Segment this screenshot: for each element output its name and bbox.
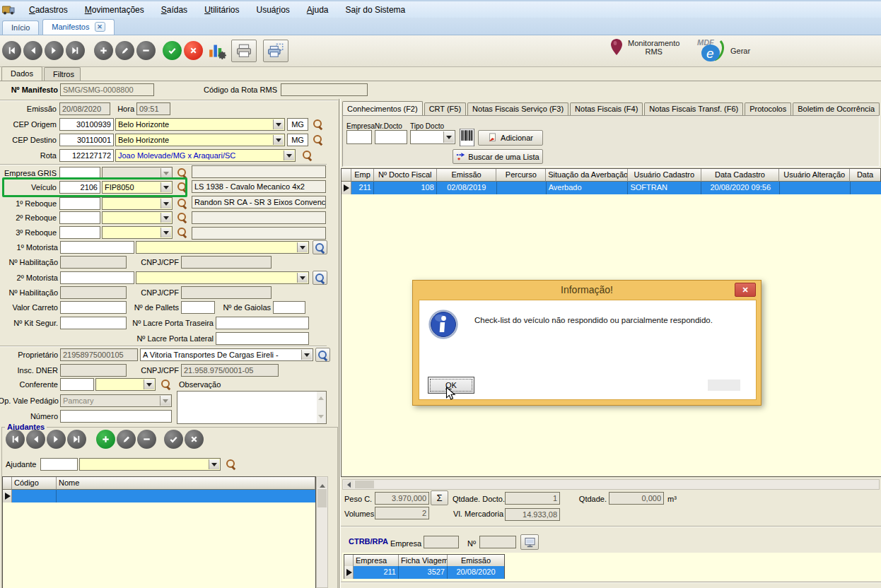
cep-destino-uf-field[interactable]: MG <box>287 134 308 146</box>
tab-conhecimentos[interactable]: Conhecimentos (F2) <box>342 101 423 115</box>
cep-destino-search-icon[interactable] <box>312 134 325 146</box>
menu-movimentacoes[interactable]: Movimentações <box>76 3 153 17</box>
monitoramento-rms-button[interactable]: MonitoramentoRMS <box>609 38 679 57</box>
tab-inicio[interactable]: Início <box>2 20 39 35</box>
column-header[interactable]: Usuário Alteração <box>779 169 850 182</box>
column-header[interactable]: Emp <box>351 169 374 182</box>
doc-nrdocto-field[interactable] <box>375 130 407 144</box>
next-record-button[interactable] <box>45 41 64 60</box>
gerar-mdfe-button[interactable]: MDF e Gerar <box>696 38 750 64</box>
habilitacao2-field[interactable] <box>60 286 127 299</box>
lacre-traseira-field[interactable] <box>216 317 309 329</box>
vale-pedagio-combo[interactable]: Pamcary <box>60 394 172 407</box>
conferente-combo[interactable] <box>95 378 156 391</box>
tab-filtros[interactable]: Filtros <box>44 67 81 81</box>
close-tab-icon[interactable]: ✕ <box>95 22 105 32</box>
hora-field[interactable]: 09:51 <box>136 102 170 115</box>
first-record-button[interactable] <box>2 41 21 60</box>
observacao-scrollbar[interactable] <box>317 392 326 423</box>
menu-ajuda[interactable]: Ajuda <box>298 3 337 17</box>
cnpj2-field[interactable] <box>181 286 272 299</box>
cnpj1-field[interactable] <box>181 256 272 269</box>
tab-nf-servico[interactable]: Notas Fiscais Serviço (F3) <box>467 102 568 115</box>
ajudantes-grid-row[interactable] <box>2 490 316 502</box>
numero-field[interactable] <box>60 410 172 423</box>
doc-empresa-field[interactable] <box>346 130 372 144</box>
motorista1-code-field[interactable] <box>60 241 134 254</box>
reboque3-field[interactable] <box>59 226 100 239</box>
delete-button[interactable] <box>136 41 156 60</box>
motorista1-search-button[interactable] <box>313 240 327 254</box>
ctrb-view-button[interactable] <box>520 534 539 550</box>
ajudantes-edit-button[interactable] <box>117 430 136 449</box>
rota-desc-combo[interactable]: Joao Molevade/MG x Araquari/SC <box>115 149 296 162</box>
motorista1-combo[interactable] <box>136 241 309 254</box>
lacre-lateral-field[interactable] <box>216 332 309 345</box>
doc-tipo-combo[interactable] <box>410 130 455 144</box>
tab-manifestos[interactable]: Manifestos ✕ <box>42 19 114 35</box>
reboque2-search-icon[interactable] <box>176 211 189 224</box>
ajudantes-grid-body[interactable] <box>2 502 316 588</box>
kit-segur-field[interactable] <box>60 317 127 329</box>
reboque2-combo[interactable] <box>102 211 173 224</box>
column-header[interactable]: Data <box>850 169 880 182</box>
gaiolas-field[interactable] <box>273 301 305 314</box>
reboque3-search-icon[interactable] <box>176 226 189 239</box>
ajudantes-grid-scrollbar[interactable] <box>316 476 328 588</box>
conhecimentos-grid-row[interactable]: 211 108 02/08/2019 Averbado SOFTRAN 20/0… <box>341 182 881 194</box>
menu-sair[interactable]: Sair do Sistema <box>337 3 414 17</box>
cep-destino-city-combo[interactable]: Belo Horizonte <box>115 134 285 146</box>
barcode-icon[interactable] <box>460 129 474 146</box>
reboque1-field[interactable] <box>59 197 100 210</box>
veiculo-placa-combo[interactable]: FIP8050 <box>102 181 173 194</box>
tab-nf-transf[interactable]: Notas Fiscais Transf. (F6) <box>644 102 743 115</box>
pallets-field[interactable] <box>181 301 215 314</box>
rota-search-icon[interactable] <box>301 149 314 162</box>
rota-rms-field[interactable] <box>281 83 368 96</box>
ajudantes-prev-button[interactable] <box>26 430 45 449</box>
ajudantes-delete-button[interactable] <box>137 430 156 449</box>
cep-origem-city-combo[interactable]: Belo Horizonte <box>115 118 285 131</box>
proprietario-combo[interactable]: A Vitoria Transportes De Cargas Eireli - <box>140 348 313 361</box>
motorista2-code-field[interactable] <box>60 271 134 284</box>
manifesto-field[interactable]: SMG/SMG-0008800 <box>60 83 154 96</box>
proprietario-code-field[interactable]: 21958975000105 <box>60 348 138 361</box>
tab-crt[interactable]: CRT (F5) <box>424 102 466 115</box>
tab-dados[interactable]: Dados <box>1 66 42 81</box>
ajudantes-confirm-button[interactable] <box>164 430 183 449</box>
empresa-gris-field[interactable] <box>59 167 100 180</box>
ctrb-numero-field[interactable] <box>479 536 516 548</box>
proprietario-cnpj-field[interactable]: 21.958.975/0001-05 <box>181 364 279 377</box>
ctrb-empresa-field[interactable] <box>424 536 459 548</box>
scroll-left-icon[interactable] <box>344 481 354 488</box>
edit-button[interactable] <box>115 41 134 60</box>
sigma-button[interactable]: Σ <box>431 490 448 505</box>
column-header[interactable]: Percurso <box>496 169 546 182</box>
menu-saidas[interactable]: Saídas <box>153 3 196 17</box>
veiculo-search-icon[interactable] <box>176 181 189 194</box>
print-preview-button[interactable] <box>263 40 288 62</box>
ajudante-code-field[interactable] <box>40 458 78 471</box>
motorista2-search-button[interactable] <box>313 271 327 285</box>
column-header[interactable]: Usuário Cadastro <box>628 169 701 182</box>
conferente-code-field[interactable] <box>60 378 94 391</box>
tab-boletim[interactable]: Boletim de Ocorrência <box>793 102 880 115</box>
tab-protocolos[interactable]: Protocolos <box>745 102 791 115</box>
cep-destino-field[interactable]: 30110001 <box>59 134 114 146</box>
empresa-gris-combo[interactable] <box>102 167 173 180</box>
scroll-down-icon[interactable] <box>318 415 324 421</box>
tab-notas-fiscais[interactable]: Notas Fiscais (F4) <box>570 102 643 115</box>
chart-settings-icon[interactable] <box>209 42 226 59</box>
observacao-textarea[interactable] <box>177 391 327 424</box>
confirm-button[interactable] <box>163 41 182 60</box>
scrollbar-thumb[interactable] <box>355 481 374 488</box>
cep-origem-search-icon[interactable] <box>312 118 325 131</box>
ajudante-combo[interactable] <box>79 458 221 471</box>
scroll-up-icon[interactable] <box>318 394 324 400</box>
menu-usuarios[interactable]: Usuários <box>247 3 298 17</box>
empresa-gris-search-icon[interactable] <box>176 167 189 180</box>
motorista2-combo[interactable] <box>136 271 309 284</box>
column-header[interactable]: Código <box>12 477 57 490</box>
veiculo-code-field[interactable]: 2106 <box>59 181 100 194</box>
scroll-up-icon[interactable] <box>317 478 327 488</box>
